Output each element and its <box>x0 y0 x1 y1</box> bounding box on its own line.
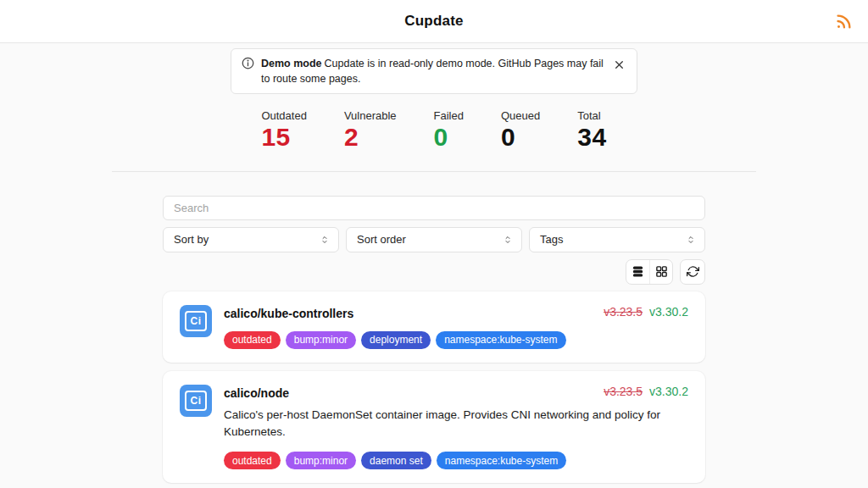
info-icon <box>242 57 254 69</box>
stat-vulnerable: Vulnerable 2 <box>344 109 397 151</box>
rss-feed-button[interactable] <box>832 10 854 32</box>
rss-icon <box>834 12 853 30</box>
grid-view-button[interactable] <box>649 260 672 284</box>
image-card-kube-controllers[interactable]: Ci calico/kube-controllers v3.23.5 v3.30… <box>163 291 705 363</box>
calico-logo: Ci <box>180 305 212 337</box>
banner-close-button[interactable] <box>612 58 626 72</box>
tag-outdated[interactable]: outdated <box>224 452 281 469</box>
image-name: calico/node <box>224 385 289 400</box>
banner-title: Demo mode <box>261 58 322 69</box>
card-top: calico/node v3.23.5 v3.30.2 <box>224 385 688 400</box>
tags-select[interactable]: Tags <box>529 227 705 252</box>
new-version: v3.30.2 <box>649 385 688 398</box>
tag-namespace-kube-system[interactable]: namespace:kube-system <box>436 331 565 349</box>
demo-mode-banner: Demo modeCupdate is in read-only demo mo… <box>231 48 637 94</box>
stat-queued: Queued 0 <box>501 109 540 151</box>
close-icon <box>614 59 625 70</box>
stat-label: Failed <box>434 109 464 122</box>
app-header: Cupdate <box>0 0 868 43</box>
refresh-button[interactable] <box>680 259 705 285</box>
image-card-node[interactable]: Ci calico/node v3.23.5 v3.30.2 Calico's … <box>163 371 705 484</box>
stat-label: Total <box>577 109 606 122</box>
tag-list: outdated bump:minor deployment namespace… <box>224 331 688 349</box>
stat-value: 34 <box>577 124 606 151</box>
calico-logo-glyph: Ci <box>185 391 207 411</box>
card-top: calico/kube-controllers v3.23.5 v3.30.2 <box>224 305 688 320</box>
stat-label: Queued <box>501 109 540 122</box>
tag-daemon-set[interactable]: daemon set <box>361 452 431 469</box>
stat-value: 0 <box>501 124 540 151</box>
stat-total: Total 34 <box>577 109 606 151</box>
old-version: v3.23.5 <box>604 305 643 319</box>
card-body: calico/node v3.23.5 v3.30.2 Calico's per… <box>224 385 688 470</box>
stat-value: 0 <box>434 124 464 151</box>
image-card-list: Ci calico/kube-controllers v3.23.5 v3.30… <box>163 291 705 488</box>
tags-label: Tags <box>540 233 563 246</box>
version-info: v3.23.5 v3.30.2 <box>604 305 688 319</box>
sort-by-select[interactable]: Sort by <box>163 227 339 252</box>
sort-by-label: Sort by <box>174 233 209 246</box>
tag-list: outdated bump:minor daemon set namespace… <box>224 452 688 469</box>
stat-label: Outdated <box>261 109 307 122</box>
search-input[interactable] <box>163 196 705 220</box>
list-view-icon <box>632 265 644 278</box>
filter-controls: Sort by Sort order Tags <box>163 196 705 285</box>
sort-order-label: Sort order <box>357 233 406 246</box>
stat-outdated: Outdated 15 <box>261 109 307 151</box>
new-version: v3.30.2 <box>649 305 688 319</box>
stat-failed: Failed 0 <box>434 109 464 151</box>
chevron-updown-icon <box>686 235 696 245</box>
tag-outdated[interactable]: outdated <box>224 331 281 349</box>
grid-view-icon <box>655 265 668 278</box>
old-version: v3.23.5 <box>604 385 643 398</box>
section-divider <box>112 171 756 172</box>
stat-label: Vulnerable <box>344 109 397 122</box>
refresh-icon <box>687 265 699 278</box>
list-view-button[interactable] <box>626 260 649 284</box>
view-toolbar <box>163 259 705 285</box>
chevron-updown-icon <box>320 235 330 245</box>
calico-logo-glyph: Ci <box>185 311 207 331</box>
image-name: calico/kube-controllers <box>224 305 353 320</box>
tag-bump-minor[interactable]: bump:minor <box>286 331 356 349</box>
page-title: Cupdate <box>404 13 463 30</box>
sort-row: Sort by Sort order Tags <box>163 227 705 252</box>
view-switcher <box>626 259 673 285</box>
tag-namespace-kube-system[interactable]: namespace:kube-system <box>437 452 566 469</box>
tag-bump-minor[interactable]: bump:minor <box>286 452 356 469</box>
chevron-updown-icon <box>503 235 513 245</box>
tag-deployment[interactable]: deployment <box>361 331 431 349</box>
card-body: calico/kube-controllers v3.23.5 v3.30.2 … <box>224 305 688 349</box>
sort-order-select[interactable]: Sort order <box>346 227 522 252</box>
banner-text: Demo modeCupdate is in read-only demo mo… <box>261 56 605 86</box>
version-info: v3.23.5 v3.30.2 <box>604 385 688 398</box>
stat-value: 2 <box>344 124 397 151</box>
stats-row: Outdated 15 Vulnerable 2 Failed 0 Queued… <box>0 109 868 151</box>
stat-value: 15 <box>261 124 307 151</box>
calico-logo: Ci <box>180 385 212 417</box>
image-description: Calico's per-host DaemonSet container im… <box>224 407 682 441</box>
